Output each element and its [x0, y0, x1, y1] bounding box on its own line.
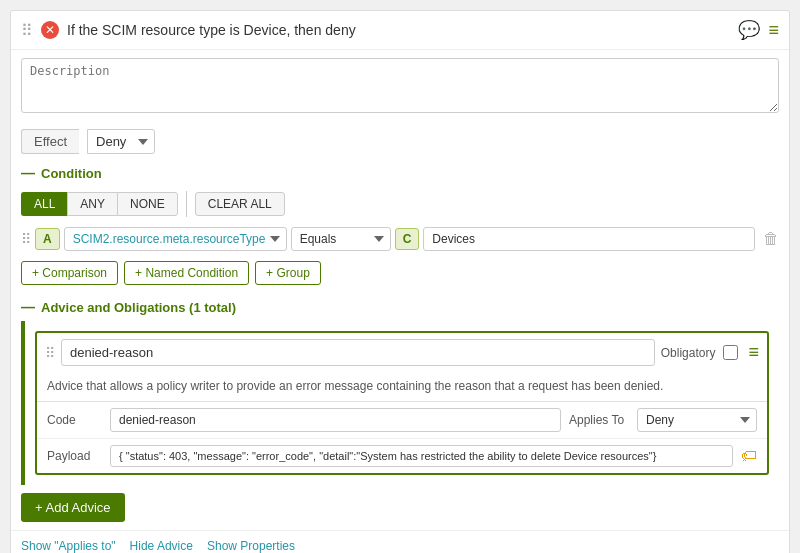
- any-button[interactable]: ANY: [67, 192, 117, 216]
- payload-input[interactable]: [110, 445, 733, 467]
- condition-value-input[interactable]: [423, 227, 755, 251]
- clear-all-button[interactable]: CLEAR ALL: [195, 192, 285, 216]
- advice-section-inner: ⠿ Obligatory ≡ Advice that allows a poli…: [21, 321, 779, 485]
- add-condition-buttons: + Comparison + Named Condition + Group: [11, 257, 789, 289]
- effect-row: Effect Deny Permit: [11, 124, 789, 159]
- advice-section: — Advice and Obligations (1 total) ⠿ Obl…: [11, 293, 789, 485]
- applies-to-label: Applies To: [569, 413, 629, 427]
- footer: Show "Applies to" Hide Advice Show Prope…: [11, 530, 789, 553]
- add-named-condition-button[interactable]: + Named Condition: [124, 261, 249, 285]
- hide-advice-link[interactable]: Hide Advice: [130, 539, 193, 553]
- comment-icon[interactable]: 💬: [738, 19, 760, 41]
- drag-handle-icon[interactable]: ⠿: [21, 21, 33, 40]
- collapse-icon[interactable]: —: [21, 165, 35, 181]
- show-applies-to-link[interactable]: Show "Applies to": [21, 539, 116, 553]
- condition-letter-a: A: [35, 228, 60, 250]
- effect-select[interactable]: Deny Permit: [87, 129, 155, 154]
- policy-rule-container: ⠿ ✕ If the SCIM resource type is Device,…: [10, 10, 790, 553]
- advice-collapse-icon[interactable]: —: [21, 299, 35, 315]
- attribute-select[interactable]: SCIM2.resource.meta.resourceType: [64, 227, 287, 251]
- advice-drag-handle[interactable]: ⠿: [45, 345, 55, 361]
- code-row: Code Applies To Deny Permit: [37, 402, 767, 439]
- menu-icon[interactable]: ≡: [768, 20, 779, 41]
- header-icons: 💬 ≡: [738, 19, 779, 41]
- advice-menu-icon[interactable]: ≡: [748, 342, 759, 363]
- close-button[interactable]: ✕: [41, 21, 59, 39]
- show-properties-link[interactable]: Show Properties: [207, 539, 295, 553]
- none-button[interactable]: NONE: [117, 192, 178, 216]
- advice-section-label: Advice and Obligations (1 total): [41, 300, 236, 315]
- payload-row: Payload 🏷: [37, 439, 767, 473]
- rule-header: ⠿ ✕ If the SCIM resource type is Device,…: [11, 11, 789, 50]
- code-input[interactable]: [110, 408, 561, 432]
- add-advice-button[interactable]: + Add Advice: [21, 493, 125, 522]
- row-drag-handle[interactable]: ⠿: [21, 231, 31, 247]
- obligatory-checkbox[interactable]: [723, 345, 738, 360]
- obligatory-label: Obligatory: [661, 346, 716, 360]
- payload-label: Payload: [47, 449, 102, 463]
- code-label: Code: [47, 413, 102, 427]
- applies-to-select[interactable]: Deny Permit: [637, 408, 757, 432]
- condition-letter-c: C: [395, 228, 420, 250]
- all-button[interactable]: ALL: [21, 192, 67, 216]
- condition-label: Condition: [41, 166, 102, 181]
- description-input[interactable]: [21, 58, 779, 113]
- advice-description: Advice that allows a policy writer to pr…: [37, 372, 767, 401]
- delete-condition-icon[interactable]: 🗑: [763, 230, 779, 248]
- add-comparison-button[interactable]: + Comparison: [21, 261, 118, 285]
- advice-card: ⠿ Obligatory ≡ Advice that allows a poli…: [35, 331, 769, 475]
- description-area: [21, 58, 779, 116]
- advice-section-header: — Advice and Obligations (1 total): [11, 293, 789, 321]
- condition-section-header: — Condition: [11, 159, 789, 187]
- effect-label: Effect: [21, 129, 79, 154]
- advice-card-header: ⠿ Obligatory ≡: [37, 333, 767, 372]
- condition-row: ⠿ A SCIM2.resource.meta.resourceType Equ…: [21, 227, 779, 251]
- operator-select[interactable]: Equals: [291, 227, 391, 251]
- rule-title: If the SCIM resource type is Device, the…: [67, 22, 730, 38]
- tag-icon[interactable]: 🏷: [741, 447, 757, 465]
- toolbar-divider: [186, 191, 187, 217]
- condition-toolbar: ALL ANY NONE CLEAR ALL: [11, 187, 789, 221]
- advice-name-input[interactable]: [61, 339, 655, 366]
- advice-fields: Code Applies To Deny Permit Payload 🏷: [37, 401, 767, 473]
- add-group-button[interactable]: + Group: [255, 261, 321, 285]
